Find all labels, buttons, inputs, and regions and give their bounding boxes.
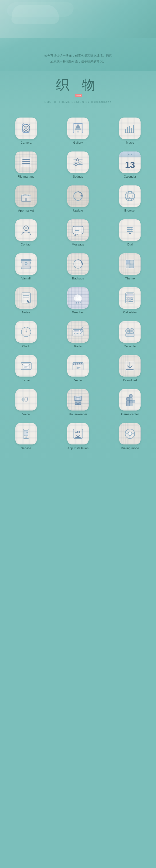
svg-rect-106 xyxy=(126,333,134,337)
icon-item-app-installation[interactable]: APP App Installation xyxy=(52,421,104,454)
svg-rect-16 xyxy=(22,161,30,162)
svg-rect-40 xyxy=(75,230,79,231)
service-label: Service xyxy=(21,446,31,450)
icon-item-voice[interactable]: Voice xyxy=(0,387,52,420)
icon-item-message[interactable]: Message xyxy=(52,217,104,250)
icons-row-3: App market Update xyxy=(0,183,156,216)
app-installation-icon: APP xyxy=(71,427,85,441)
svg-point-97 xyxy=(74,333,75,334)
icon-box-download xyxy=(119,355,141,376)
icon-item-clock[interactable]: Clock xyxy=(0,319,52,352)
icon-item-app-market[interactable]: App market xyxy=(0,183,52,216)
icon-item-browser[interactable]: Browser xyxy=(104,183,156,216)
svg-rect-144 xyxy=(129,400,132,403)
icon-box-radio xyxy=(67,321,89,343)
icon-item-file-manage[interactable]: File manage xyxy=(0,149,52,182)
svg-point-105 xyxy=(131,330,133,332)
svg-point-41 xyxy=(127,227,129,229)
icon-item-theme[interactable]: Theme xyxy=(104,251,156,284)
icon-item-driving-mode[interactable]: Driving mode xyxy=(104,421,156,454)
svg-rect-78 xyxy=(129,297,131,299)
icon-item-radio[interactable]: Radio xyxy=(52,319,104,352)
camera-label: Camera xyxy=(21,141,32,144)
icon-item-housekeeper[interactable]: Housekeeper xyxy=(52,387,104,420)
calendar-label: Calendar xyxy=(124,175,136,178)
icons-row-4: Contact Message xyxy=(0,217,156,250)
icon-box-service xyxy=(15,423,37,444)
svg-rect-154 xyxy=(27,432,28,433)
svg-line-72 xyxy=(76,302,77,304)
icon-box-app-market xyxy=(15,185,37,207)
icon-box-music xyxy=(119,118,141,139)
svg-rect-148 xyxy=(129,403,132,406)
icon-item-notes[interactable]: Notes xyxy=(0,285,52,318)
icon-box-update xyxy=(67,185,89,207)
svg-rect-10 xyxy=(129,126,130,133)
svg-line-74 xyxy=(80,302,80,304)
icon-item-settings[interactable]: Setings xyxy=(52,149,104,182)
icon-item-dial[interactable]: Dial xyxy=(104,217,156,250)
icon-item-email[interactable]: E-mail xyxy=(0,353,52,385)
icon-item-camera[interactable]: Camera xyxy=(0,115,52,148)
svg-rect-84 xyxy=(129,301,133,302)
update-label: Update xyxy=(73,209,83,212)
svg-rect-135 xyxy=(75,396,81,401)
svg-rect-147 xyxy=(127,403,129,406)
icon-item-weather[interactable]: Weather xyxy=(52,285,104,318)
svg-point-46 xyxy=(131,229,133,230)
icon-item-music[interactable]: Music xyxy=(104,115,156,148)
app-installation-label: App Installation xyxy=(68,446,89,450)
driving-mode-icon xyxy=(123,427,137,441)
game-center-label: Game center xyxy=(121,412,139,416)
calculator-label: Calculator xyxy=(123,311,137,314)
browser-icon xyxy=(123,189,137,203)
app-market-label: App market xyxy=(18,209,34,212)
icon-item-download[interactable]: Download xyxy=(104,353,156,385)
icon-item-gallery[interactable]: Gallery xyxy=(52,115,104,148)
camera-icon xyxy=(19,121,33,135)
icon-item-update[interactable]: Update xyxy=(52,183,104,216)
svg-rect-17 xyxy=(22,163,30,164)
svg-rect-142 xyxy=(127,397,129,400)
icons-row-9: Voice xyxy=(0,387,156,420)
icons-row-1: Camera Gallery xyxy=(0,115,156,148)
svg-rect-76 xyxy=(127,294,133,296)
download-icon xyxy=(123,359,137,373)
icon-box-game-center xyxy=(119,389,141,410)
icon-item-video[interactable]: Vedio xyxy=(52,353,104,385)
svg-point-45 xyxy=(129,229,131,230)
icon-box-settings xyxy=(67,152,89,173)
svg-point-104 xyxy=(127,330,129,332)
icon-item-vamall[interactable]: Vamall xyxy=(0,251,52,284)
icon-item-calculator[interactable]: Calculator xyxy=(104,285,156,318)
svg-point-37 xyxy=(25,227,27,229)
video-icon xyxy=(71,359,85,373)
icon-box-gallery xyxy=(67,118,89,139)
svg-rect-39 xyxy=(75,229,81,229)
music-label: Music xyxy=(126,141,134,144)
icon-item-contact[interactable]: Contact xyxy=(0,217,52,250)
svg-rect-153 xyxy=(26,432,27,433)
email-label: E-mail xyxy=(22,378,30,382)
svg-rect-71 xyxy=(75,299,81,301)
svg-rect-8 xyxy=(125,129,126,133)
download-label: Download xyxy=(123,378,137,382)
svg-marker-28 xyxy=(80,194,82,197)
icon-item-game-center[interactable]: Game center xyxy=(104,387,156,420)
svg-rect-139 xyxy=(75,403,78,405)
message-label: Message xyxy=(72,243,84,246)
icon-item-service[interactable]: Service xyxy=(0,421,52,454)
title-section: 织 物 EMUI EMUI UI THEME DESIGN BY Hukentu… xyxy=(0,71,156,111)
svg-rect-7 xyxy=(78,131,78,132)
svg-point-43 xyxy=(131,227,133,229)
svg-rect-82 xyxy=(131,299,133,300)
hero-image xyxy=(0,0,156,38)
icon-item-backups[interactable]: Backups xyxy=(52,251,104,284)
icon-item-recorder[interactable]: Recorder xyxy=(104,319,156,352)
svg-point-47 xyxy=(127,231,129,232)
icon-item-calendar[interactable]: 13 Calendar xyxy=(104,149,156,182)
icons-row-5: Vamall Backups xyxy=(0,251,156,284)
icon-box-dial xyxy=(119,219,141,241)
svg-rect-61 xyxy=(130,264,134,268)
icon-box-voice xyxy=(15,389,37,410)
